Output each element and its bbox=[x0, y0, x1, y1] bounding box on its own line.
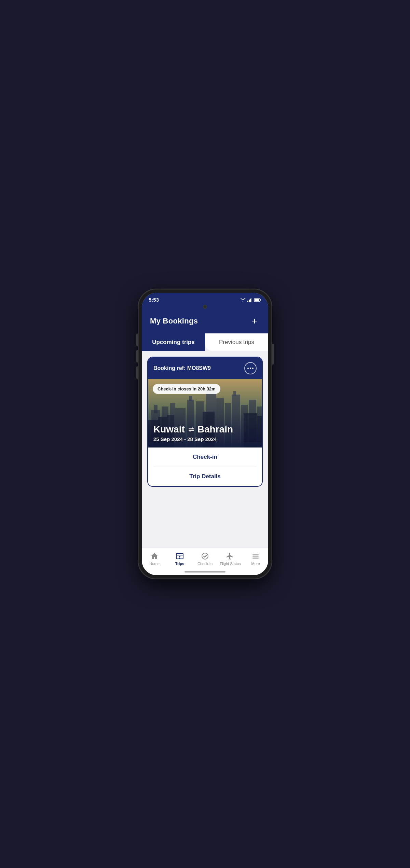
booking-card: Booking ref: MO8SW9 bbox=[147, 357, 263, 487]
nav-label-home: Home bbox=[149, 562, 159, 566]
power-button bbox=[272, 344, 274, 364]
tab-previous[interactable]: Previous trips bbox=[205, 333, 268, 351]
signal-icon bbox=[247, 298, 252, 302]
trips-icon bbox=[175, 552, 184, 560]
svg-rect-3 bbox=[251, 298, 252, 302]
route-text: Kuwait ⇌ Bahrain bbox=[153, 424, 233, 435]
checkin-action[interactable]: Check-in bbox=[148, 447, 262, 467]
wifi-icon bbox=[240, 298, 246, 302]
checkin-nav-icon bbox=[201, 552, 209, 560]
checkin-action-label: Check-in bbox=[193, 454, 217, 460]
svg-rect-0 bbox=[247, 301, 248, 302]
nav-label-flight-status: Flight Status bbox=[220, 562, 241, 566]
svg-point-41 bbox=[202, 553, 208, 559]
home-indicator bbox=[142, 568, 268, 575]
svg-rect-5 bbox=[260, 299, 261, 301]
trip-details-action[interactable]: Trip Details bbox=[148, 467, 262, 486]
svg-rect-1 bbox=[249, 300, 250, 302]
nav-item-checkin[interactable]: Check-In bbox=[192, 551, 218, 567]
more-nav-icon bbox=[251, 552, 260, 560]
nav-item-flight-status[interactable]: Flight Status bbox=[218, 551, 243, 567]
volume-buttons bbox=[136, 334, 138, 383]
phone-frame: 5:53 bbox=[138, 289, 272, 579]
add-booking-button[interactable]: + bbox=[249, 316, 260, 327]
destination-image: Check-in closes in 20h 32m Kuwait ⇌ Bahr… bbox=[148, 379, 262, 447]
nav-label-more: More bbox=[251, 562, 260, 566]
header-title: My Bookings bbox=[150, 317, 198, 326]
checkin-badge: Check-in closes in 20h 32m bbox=[153, 384, 220, 394]
nav-item-more[interactable]: More bbox=[243, 551, 268, 567]
status-bar: 5:53 bbox=[142, 293, 268, 305]
phone-screen: 5:53 bbox=[142, 293, 268, 575]
svg-rect-38 bbox=[180, 553, 181, 554]
svg-rect-6 bbox=[255, 299, 259, 301]
card-header: Booking ref: MO8SW9 bbox=[148, 357, 262, 379]
trip-details-action-label: Trip Details bbox=[189, 473, 221, 480]
route-dates: 25 Sep 2024 - 28 Sep 2024 bbox=[153, 436, 233, 442]
app-header: My Bookings + bbox=[142, 310, 268, 333]
svg-rect-43 bbox=[252, 556, 259, 557]
camera-dot bbox=[203, 305, 207, 309]
status-time: 5:53 bbox=[149, 297, 159, 303]
tab-upcoming[interactable]: Upcoming trips bbox=[142, 333, 205, 351]
nav-item-trips[interactable]: Trips bbox=[167, 551, 192, 567]
nav-label-checkin: Check-In bbox=[197, 562, 213, 566]
route-info: Kuwait ⇌ Bahrain 25 Sep 2024 - 28 Sep 20… bbox=[153, 424, 233, 442]
svg-point-40 bbox=[179, 556, 180, 557]
svg-rect-37 bbox=[178, 553, 179, 554]
svg-rect-44 bbox=[252, 558, 259, 559]
home-icon bbox=[150, 552, 159, 560]
card-more-button[interactable] bbox=[244, 362, 257, 374]
trips-tabs: Upcoming trips Previous trips bbox=[142, 333, 268, 351]
svg-rect-42 bbox=[252, 554, 259, 555]
bottom-nav: Home Trips Check-In bbox=[142, 548, 268, 568]
nav-label-trips: Trips bbox=[175, 562, 184, 566]
camera-notch bbox=[142, 305, 268, 310]
svg-rect-2 bbox=[250, 299, 251, 302]
booking-ref: Booking ref: MO8SW9 bbox=[153, 365, 211, 371]
status-icons bbox=[240, 298, 261, 302]
battery-icon bbox=[254, 298, 261, 302]
nav-item-home[interactable]: Home bbox=[142, 551, 167, 567]
route-arrow-icon: ⇌ bbox=[188, 425, 194, 433]
flight-status-icon bbox=[226, 552, 235, 560]
main-content: Booking ref: MO8SW9 bbox=[142, 351, 268, 548]
